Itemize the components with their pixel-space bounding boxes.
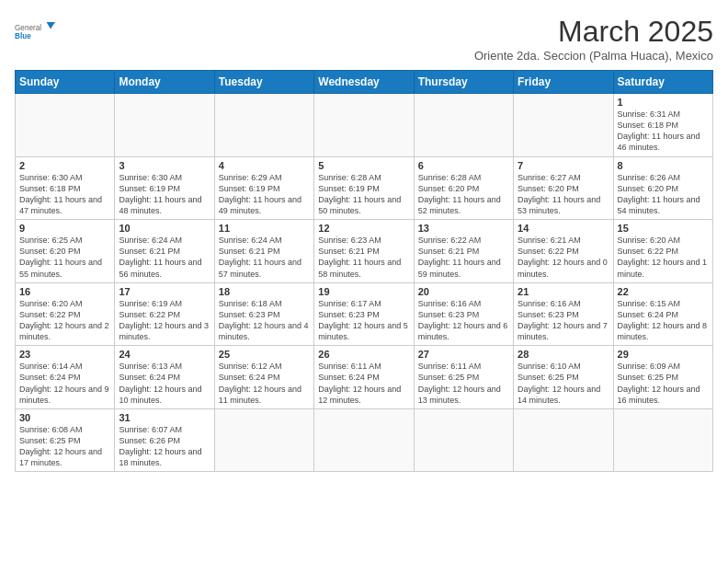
table-row: 9Sunrise: 6:25 AM Sunset: 6:20 PM Daylig…	[16, 220, 115, 283]
table-row: 27Sunrise: 6:11 AM Sunset: 6:25 PM Dayli…	[414, 346, 513, 409]
day-info: Sunrise: 6:15 AM Sunset: 6:24 PM Dayligh…	[618, 298, 709, 343]
day-info: Sunrise: 6:14 AM Sunset: 6:24 PM Dayligh…	[19, 361, 110, 406]
day-info: Sunrise: 6:11 AM Sunset: 6:25 PM Dayligh…	[418, 361, 509, 406]
day-info: Sunrise: 6:20 AM Sunset: 6:22 PM Dayligh…	[618, 235, 709, 280]
day-number: 28	[518, 349, 609, 360]
table-row	[214, 94, 313, 157]
day-number: 16	[19, 286, 110, 297]
day-info: Sunrise: 6:24 AM Sunset: 6:21 PM Dayligh…	[119, 235, 210, 280]
calendar-subtitle: Oriente 2da. Seccion (Palma Huaca), Mexi…	[474, 49, 713, 63]
day-info: Sunrise: 6:30 AM Sunset: 6:19 PM Dayligh…	[119, 172, 210, 217]
day-number: 2	[19, 160, 110, 171]
col-wednesday: Wednesday	[314, 71, 414, 94]
day-info: Sunrise: 6:17 AM Sunset: 6:23 PM Dayligh…	[318, 298, 409, 343]
table-row: 18Sunrise: 6:18 AM Sunset: 6:23 PM Dayli…	[214, 282, 313, 346]
table-row: 30Sunrise: 6:08 AM Sunset: 6:25 PM Dayli…	[16, 408, 115, 472]
day-info: Sunrise: 6:16 AM Sunset: 6:23 PM Dayligh…	[518, 298, 609, 343]
svg-marker-2	[47, 22, 55, 29]
table-row	[613, 408, 712, 472]
col-sunday: Sunday	[16, 71, 115, 94]
table-row: 2Sunrise: 6:30 AM Sunset: 6:18 PM Daylig…	[16, 156, 115, 220]
day-number: 1	[618, 97, 709, 108]
day-info: Sunrise: 6:28 AM Sunset: 6:20 PM Dayligh…	[418, 172, 509, 217]
table-row	[16, 94, 115, 157]
page: General Blue March 2025 Oriente 2da. Sec…	[0, 0, 728, 563]
table-row: 31Sunrise: 6:07 AM Sunset: 6:26 PM Dayli…	[115, 408, 214, 472]
calendar-week-row: 2Sunrise: 6:30 AM Sunset: 6:18 PM Daylig…	[16, 156, 713, 220]
day-number: 10	[119, 223, 210, 234]
day-number: 7	[518, 160, 609, 171]
day-number: 13	[418, 223, 509, 234]
day-info: Sunrise: 6:25 AM Sunset: 6:20 PM Dayligh…	[19, 235, 110, 280]
day-number: 12	[318, 223, 409, 234]
calendar-title: March 2025	[474, 15, 713, 49]
day-info: Sunrise: 6:20 AM Sunset: 6:22 PM Dayligh…	[19, 298, 110, 343]
table-row: 22Sunrise: 6:15 AM Sunset: 6:24 PM Dayli…	[613, 282, 712, 346]
day-number: 6	[418, 160, 509, 171]
table-row: 23Sunrise: 6:14 AM Sunset: 6:24 PM Dayli…	[16, 346, 115, 409]
table-row	[414, 94, 513, 157]
table-row: 14Sunrise: 6:21 AM Sunset: 6:22 PM Dayli…	[514, 220, 613, 283]
generalblue-logo-icon: General Blue	[15, 15, 55, 48]
table-row: 5Sunrise: 6:28 AM Sunset: 6:19 PM Daylig…	[314, 156, 414, 220]
table-row: 7Sunrise: 6:27 AM Sunset: 6:20 PM Daylig…	[514, 156, 613, 220]
day-info: Sunrise: 6:09 AM Sunset: 6:25 PM Dayligh…	[618, 361, 709, 406]
day-info: Sunrise: 6:11 AM Sunset: 6:24 PM Dayligh…	[318, 361, 409, 406]
table-row: 16Sunrise: 6:20 AM Sunset: 6:22 PM Dayli…	[16, 282, 115, 346]
logo: General Blue	[15, 15, 55, 48]
title-block: March 2025 Oriente 2da. Seccion (Palma H…	[474, 15, 713, 63]
day-number: 22	[618, 286, 709, 297]
svg-text:General: General	[15, 24, 41, 32]
day-info: Sunrise: 6:16 AM Sunset: 6:23 PM Dayligh…	[418, 298, 509, 343]
svg-text:Blue: Blue	[15, 32, 31, 40]
day-number: 29	[618, 349, 709, 360]
table-row	[514, 408, 613, 472]
day-info: Sunrise: 6:22 AM Sunset: 6:21 PM Dayligh…	[418, 235, 509, 280]
calendar-week-row: 16Sunrise: 6:20 AM Sunset: 6:22 PM Dayli…	[16, 282, 713, 346]
day-number: 27	[418, 349, 509, 360]
day-number: 14	[518, 223, 609, 234]
col-saturday: Saturday	[613, 71, 712, 94]
day-info: Sunrise: 6:08 AM Sunset: 6:25 PM Dayligh…	[19, 424, 110, 469]
table-row: 1Sunrise: 6:31 AM Sunset: 6:18 PM Daylig…	[613, 94, 712, 157]
day-info: Sunrise: 6:27 AM Sunset: 6:20 PM Dayligh…	[518, 172, 609, 217]
day-number: 26	[318, 349, 409, 360]
table-row: 4Sunrise: 6:29 AM Sunset: 6:19 PM Daylig…	[214, 156, 313, 220]
table-row: 13Sunrise: 6:22 AM Sunset: 6:21 PM Dayli…	[414, 220, 513, 283]
table-row	[514, 94, 613, 157]
day-number: 15	[618, 223, 709, 234]
table-row: 19Sunrise: 6:17 AM Sunset: 6:23 PM Dayli…	[314, 282, 414, 346]
table-row	[414, 408, 513, 472]
day-number: 19	[318, 286, 409, 297]
table-row: 12Sunrise: 6:23 AM Sunset: 6:21 PM Dayli…	[314, 220, 414, 283]
calendar-week-row: 30Sunrise: 6:08 AM Sunset: 6:25 PM Dayli…	[16, 408, 713, 472]
day-info: Sunrise: 6:21 AM Sunset: 6:22 PM Dayligh…	[518, 235, 609, 280]
day-number: 8	[618, 160, 709, 171]
day-number: 11	[219, 223, 310, 234]
day-info: Sunrise: 6:19 AM Sunset: 6:22 PM Dayligh…	[119, 298, 210, 343]
calendar-table: Sunday Monday Tuesday Wednesday Thursday…	[15, 70, 713, 472]
day-number: 9	[19, 223, 110, 234]
table-row	[314, 408, 414, 472]
day-number: 21	[518, 286, 609, 297]
col-tuesday: Tuesday	[214, 71, 313, 94]
col-monday: Monday	[115, 71, 214, 94]
header: General Blue March 2025 Oriente 2da. Sec…	[15, 15, 713, 63]
day-info: Sunrise: 6:24 AM Sunset: 6:21 PM Dayligh…	[219, 235, 310, 280]
table-row: 24Sunrise: 6:13 AM Sunset: 6:24 PM Dayli…	[115, 346, 214, 409]
col-friday: Friday	[514, 71, 613, 94]
day-info: Sunrise: 6:30 AM Sunset: 6:18 PM Dayligh…	[19, 172, 110, 217]
col-thursday: Thursday	[414, 71, 513, 94]
table-row: 11Sunrise: 6:24 AM Sunset: 6:21 PM Dayli…	[214, 220, 313, 283]
day-number: 18	[219, 286, 310, 297]
table-row: 28Sunrise: 6:10 AM Sunset: 6:25 PM Dayli…	[514, 346, 613, 409]
day-number: 24	[119, 349, 210, 360]
table-row: 17Sunrise: 6:19 AM Sunset: 6:22 PM Dayli…	[115, 282, 214, 346]
day-number: 20	[418, 286, 509, 297]
day-info: Sunrise: 6:12 AM Sunset: 6:24 PM Dayligh…	[219, 361, 310, 406]
table-row	[314, 94, 414, 157]
day-number: 30	[19, 412, 110, 423]
day-info: Sunrise: 6:10 AM Sunset: 6:25 PM Dayligh…	[518, 361, 609, 406]
day-number: 3	[119, 160, 210, 171]
table-row	[214, 408, 313, 472]
